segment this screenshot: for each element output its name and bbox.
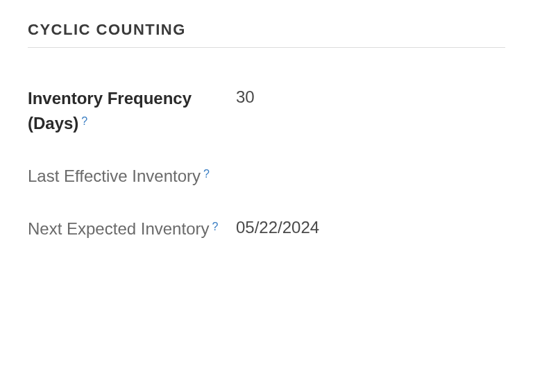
help-icon[interactable]: ? xyxy=(203,168,210,180)
field-row-last-effective-inventory: Last Effective Inventory? xyxy=(28,164,505,189)
section-title: CYCLIC COUNTING xyxy=(28,21,505,48)
field-label-inventory-frequency: Inventory Frequency (Days) xyxy=(28,89,192,133)
field-row-next-expected-inventory: Next Expected Inventory? 05/22/2024 xyxy=(28,216,505,241)
help-icon[interactable]: ? xyxy=(212,221,218,232)
field-label-next-expected-inventory: Next Expected Inventory xyxy=(28,219,209,238)
field-label-last-effective-inventory: Last Effective Inventory xyxy=(28,167,201,185)
help-icon[interactable]: ? xyxy=(81,115,87,127)
field-value-next-expected-inventory: 05/22/2024 xyxy=(236,216,319,237)
field-value-inventory-frequency: 30 xyxy=(236,86,255,107)
field-row-inventory-frequency: Inventory Frequency (Days)? 30 xyxy=(28,86,505,136)
